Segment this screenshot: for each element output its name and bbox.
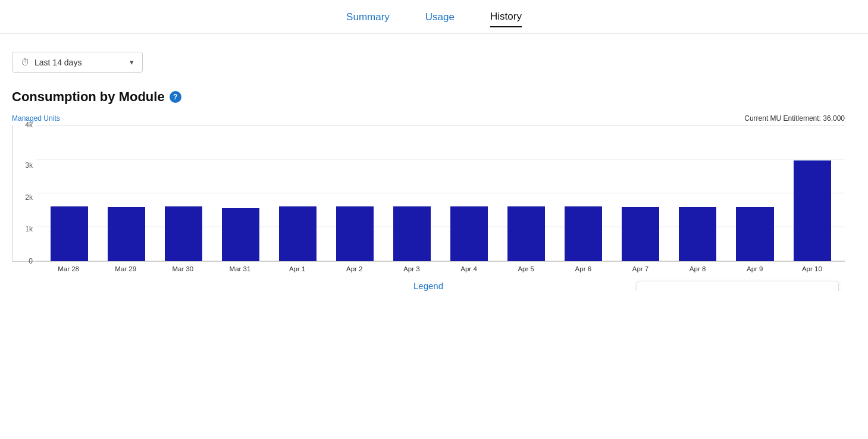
- bar-infra-segment: [794, 161, 831, 261]
- tab-history[interactable]: History: [490, 11, 522, 27]
- top-navigation: Summary Usage History: [0, 0, 868, 34]
- bar-infra-segment: [679, 207, 716, 261]
- bar-group: [728, 125, 782, 261]
- y-tick-4k: 4k: [25, 121, 33, 129]
- x-label: Mar 30: [156, 265, 209, 272]
- x-label: Apr 2: [328, 265, 381, 272]
- x-axis-labels: Mar 28Mar 29Mar 30Mar 31Apr 1Apr 2Apr 3A…: [36, 265, 845, 272]
- x-label: Mar 28: [42, 265, 95, 272]
- y-tick-0: 0: [29, 257, 33, 265]
- x-label: Apr 1: [271, 265, 324, 272]
- bar-infra-segment: [279, 206, 317, 261]
- bar-group: [271, 125, 324, 261]
- bar-chart: 4k 3k 2k 1k 0: [12, 125, 845, 262]
- x-label: Apr 3: [385, 265, 438, 272]
- date-filter-label: Last 14 days: [35, 58, 82, 67]
- x-label: Mar 29: [99, 265, 152, 272]
- chart-labels-top: Managed Units Current MU Entitlement: 36…: [12, 114, 845, 123]
- x-label: Apr 6: [556, 265, 610, 272]
- bar-infra-segment: [507, 206, 545, 261]
- bar-group: [328, 125, 381, 261]
- y-axis-title: Managed Units: [12, 114, 60, 123]
- x-label: Apr 4: [442, 265, 496, 272]
- bar-group: [99, 125, 153, 261]
- bars-row: [36, 125, 845, 261]
- bar-infra-segment: [165, 206, 202, 261]
- bar-group: [671, 125, 725, 261]
- bar-group: [443, 125, 496, 261]
- chart-inner: [36, 125, 845, 261]
- y-tick-3k: 3k: [25, 161, 33, 170]
- bar-group: [156, 125, 210, 261]
- tab-summary[interactable]: Summary: [346, 11, 390, 27]
- help-icon[interactable]: ?: [170, 91, 181, 103]
- bar-group: [500, 125, 553, 261]
- x-label: Apr 7: [613, 265, 667, 272]
- section-title: Consumption by Module ?: [12, 89, 845, 105]
- bar-group: [785, 125, 839, 261]
- x-label: Apr 5: [499, 265, 553, 272]
- chart-area: Managed Units Current MU Entitlement: 36…: [12, 114, 845, 291]
- bar-infra-segment: [108, 207, 145, 261]
- clock-icon: ⏱: [21, 57, 30, 67]
- bar-infra-segment: [450, 206, 488, 261]
- x-label: Apr 10: [785, 265, 839, 272]
- bar-infra-segment: [51, 206, 88, 261]
- tooltip-box: 04/10/2024 Infrastructure Observability …: [637, 281, 839, 291]
- x-label: Apr 9: [728, 265, 782, 272]
- y-tick-2k: 2k: [25, 193, 33, 202]
- bar-group: [214, 125, 267, 261]
- bar-group: [42, 125, 96, 261]
- bar-infra-segment: [622, 207, 659, 261]
- bar-infra-segment: [222, 208, 259, 261]
- bar-group: [614, 125, 668, 261]
- y-axis: 4k 3k 2k 1k 0: [12, 125, 36, 261]
- entitlement-label: Current MU Entitlement: 36,000: [744, 114, 845, 123]
- x-label: Mar 31: [213, 265, 267, 272]
- date-filter-dropdown[interactable]: ⏱ Last 14 days ▾: [12, 52, 143, 73]
- bar-infra-segment: [736, 207, 773, 261]
- x-label: Apr 8: [671, 265, 725, 272]
- bar-infra-segment: [393, 206, 431, 261]
- y-tick-1k: 1k: [25, 225, 33, 233]
- tab-usage[interactable]: Usage: [425, 11, 455, 27]
- chevron-down-icon: ▾: [130, 58, 134, 67]
- bar-group: [385, 125, 438, 261]
- bar-infra-segment: [336, 206, 374, 261]
- bar-group: [557, 125, 610, 261]
- bar-infra-segment: [565, 206, 602, 261]
